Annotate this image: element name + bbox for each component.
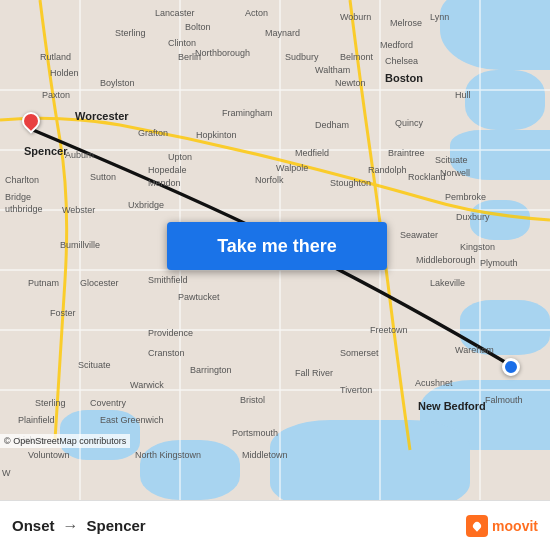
route-to: Spencer xyxy=(87,517,146,534)
moovit-pin-icon xyxy=(471,520,482,531)
destination-marker xyxy=(502,358,520,376)
bottom-bar: Onset → Spencer moovit xyxy=(0,500,550,550)
map-attribution: © OpenStreetMap contributors xyxy=(0,434,130,448)
take-me-there-button[interactable]: Take me there xyxy=(167,222,387,270)
origin-marker xyxy=(22,112,40,138)
moovit-icon xyxy=(466,515,488,537)
route-arrow: → xyxy=(63,517,79,535)
route-from: Onset xyxy=(12,517,55,534)
moovit-logo: moovit xyxy=(466,515,538,537)
moovit-text: moovit xyxy=(492,518,538,534)
map-container: NorthboroughLancasterActonWoburnMelroseL… xyxy=(0,0,550,500)
